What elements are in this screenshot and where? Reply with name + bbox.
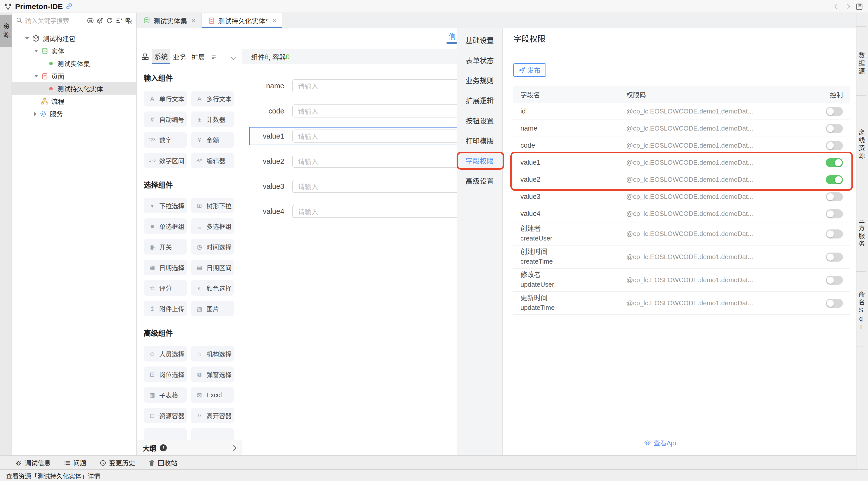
control-toggle[interactable]	[826, 124, 843, 133]
chevron-expanded-icon[interactable]	[25, 37, 29, 40]
chevron-collapsed-icon[interactable]	[34, 112, 37, 116]
components-grid-icon[interactable]	[142, 53, 149, 60]
settings-menu-item[interactable]: 高级设置	[457, 171, 502, 191]
control-toggle[interactable]	[826, 298, 843, 308]
palette-item-rating-icon[interactable]: ☆评分	[144, 280, 187, 296]
palette-item-partial[interactable]	[144, 428, 187, 440]
settings-menu-item[interactable]: 打印模版	[457, 131, 502, 151]
control-toggle[interactable]	[826, 209, 843, 218]
palette-item-tree-dropdown-icon[interactable]: ⊞树形下拉	[191, 198, 234, 214]
palette-tab-business[interactable]: 业务	[170, 49, 189, 64]
settings-menu-item[interactable]: 字段权限	[457, 151, 502, 171]
palette-item-editor-icon[interactable]: A≡编辑器	[191, 153, 234, 168]
field-input[interactable]: 请输入	[292, 180, 457, 193]
control-toggle[interactable]	[826, 175, 843, 184]
outline-footer[interactable]: 大纲 i	[136, 440, 242, 455]
tree-item[interactable]: 实体	[12, 45, 136, 57]
palette-item-single-line-text-icon[interactable]: A单行文本	[144, 91, 187, 106]
editor-tab[interactable]: 测试持久化实体*×	[202, 13, 282, 28]
palette-item-org-picker-icon[interactable]: ⌂机构选择	[191, 346, 234, 361]
palette-item-checkbox-group-icon[interactable]: ≣多选框组	[191, 218, 234, 234]
toolbar-item[interactable]: 回收站	[148, 458, 177, 468]
search-input[interactable]: 输入关键字搜索	[25, 15, 84, 25]
canvas-field-value4[interactable]: value4请输入	[249, 202, 457, 220]
palette-item-switch-icon[interactable]: ◉开关	[144, 239, 187, 255]
settings-menu-item[interactable]: 扩展逻辑	[457, 90, 502, 110]
control-toggle[interactable]	[826, 276, 843, 284]
control-toggle[interactable]	[826, 252, 843, 261]
palette-item-color-picker-icon[interactable]: ◐颜色选择	[191, 280, 234, 296]
palette-item-popup-picker-icon[interactable]: ⧉弹窗选择	[191, 366, 234, 382]
palette-item-partial[interactable]	[191, 428, 234, 440]
palette-tab-extend[interactable]: 扩展	[189, 49, 208, 64]
translate-icon[interactable]: En文	[125, 17, 132, 24]
palette-item-date-range-icon[interactable]: ▤日期区间	[191, 260, 234, 275]
control-toggle[interactable]	[826, 229, 843, 238]
palette-item-pro-container-icon[interactable]: ⟨⟩高开容器	[191, 408, 234, 423]
settings-menu-item[interactable]: 按钮设置	[457, 110, 502, 131]
chevron-expanded-icon[interactable]	[34, 75, 38, 77]
tree-item[interactable]: 测试实体集	[12, 57, 136, 70]
view-api-link[interactable]: 查看Api	[644, 438, 676, 447]
tree-item[interactable]: 页面	[12, 70, 136, 82]
right-strip-tab[interactable]: 离线资源	[857, 95, 866, 187]
palette-collapse-icon[interactable]	[231, 55, 237, 60]
chevron-expanded-icon[interactable]	[34, 50, 38, 52]
palette-item-post-picker-icon[interactable]: ⊡岗位选择	[144, 366, 187, 382]
publish-button[interactable]: 发布	[514, 63, 546, 77]
right-strip-tab[interactable]: 命名Sql	[857, 271, 866, 347]
palette-item-number-icon[interactable]: 123数字	[144, 132, 187, 148]
sidebar-tab-resources[interactable]: 资源	[0, 15, 12, 47]
palette-item-currency-icon[interactable]: ¥金额	[191, 132, 234, 148]
control-toggle[interactable]	[826, 158, 843, 167]
resource-search-bar[interactable]: 输入关键字搜索 AI En文	[12, 13, 136, 28]
palette-item-excel-icon[interactable]: ⊠Excel	[191, 387, 234, 403]
palette-item-resource-container-icon[interactable]: □资源容器	[144, 408, 187, 423]
nav-back-icon[interactable]	[835, 4, 840, 9]
palette-item-person-picker-icon[interactable]: ☺人员选择	[144, 346, 187, 361]
palette-item-number-range-icon[interactable]: 1~3数字区间	[144, 153, 187, 168]
field-input[interactable]: 请输入	[292, 205, 457, 218]
palette-more-icon[interactable]	[211, 54, 217, 60]
settings-menu-item[interactable]: 业务规则	[457, 70, 502, 90]
right-strip-tab[interactable]: 三方服务	[857, 187, 866, 271]
nav-forward-icon[interactable]	[845, 4, 850, 9]
editor-tab[interactable]: 测试实体集×	[136, 13, 202, 28]
form-canvas[interactable]: 组件 6, 容器 0 name请输入code请输入value1请输入value2…	[242, 28, 457, 455]
canvas-field-value1[interactable]: value1请输入	[249, 127, 457, 145]
close-icon[interactable]: ×	[273, 17, 276, 24]
ai-assistant-icon[interactable]: AI	[87, 17, 94, 24]
palette-tab-system[interactable]: 系统	[152, 49, 170, 64]
palette-item-counter-icon[interactable]: ±计数器	[191, 111, 234, 127]
tree-item[interactable]: 服务	[12, 107, 136, 120]
canvas-field-value3[interactable]: value3请输入	[249, 177, 457, 195]
toolbar-item[interactable]: 问题	[64, 458, 86, 468]
toolbar-item[interactable]: 变更历史	[99, 458, 135, 468]
link-icon[interactable]	[65, 2, 73, 10]
control-toggle[interactable]	[826, 107, 843, 116]
field-input[interactable]: 请输入	[292, 155, 457, 168]
palette-item-dropdown-icon[interactable]: ▾下拉选择	[144, 198, 187, 214]
palette-item-radio-group-icon[interactable]: ≡单选框组	[144, 218, 187, 234]
palette-item-time-picker-icon[interactable]: ◷时间选择	[191, 239, 234, 255]
field-input[interactable]: 请输入	[292, 104, 457, 118]
canvas-field-code[interactable]: code请输入	[249, 102, 457, 120]
settings-menu-item[interactable]: 基础设置	[457, 30, 502, 50]
toolbar-item[interactable]: 调试信息	[15, 458, 51, 468]
settings-menu-item[interactable]: 表单状态	[457, 50, 502, 70]
canvas-field-value2[interactable]: value2请输入	[249, 152, 457, 170]
palette-item-date-picker-icon[interactable]: ▦日期选择	[144, 260, 187, 275]
close-icon[interactable]: ×	[192, 17, 195, 24]
palette-item-auto-number-icon[interactable]: #自动编号	[144, 111, 187, 127]
save-icon[interactable]	[856, 3, 863, 10]
field-input[interactable]: 请输入	[292, 79, 457, 92]
control-toggle[interactable]	[826, 192, 843, 201]
field-input[interactable]: 请输入	[292, 130, 457, 142]
tree-item[interactable]: 流程	[12, 95, 136, 107]
sort-filter-icon[interactable]	[116, 17, 123, 24]
palette-item-image-icon[interactable]: ▧图片	[191, 301, 234, 316]
canvas-field-name[interactable]: name请输入	[249, 77, 457, 95]
new-model-icon[interactable]	[96, 17, 103, 24]
palette-item-sub-table-icon[interactable]: ▦子表格	[144, 387, 187, 403]
tree-item[interactable]: 测试持久化实体	[12, 82, 136, 95]
